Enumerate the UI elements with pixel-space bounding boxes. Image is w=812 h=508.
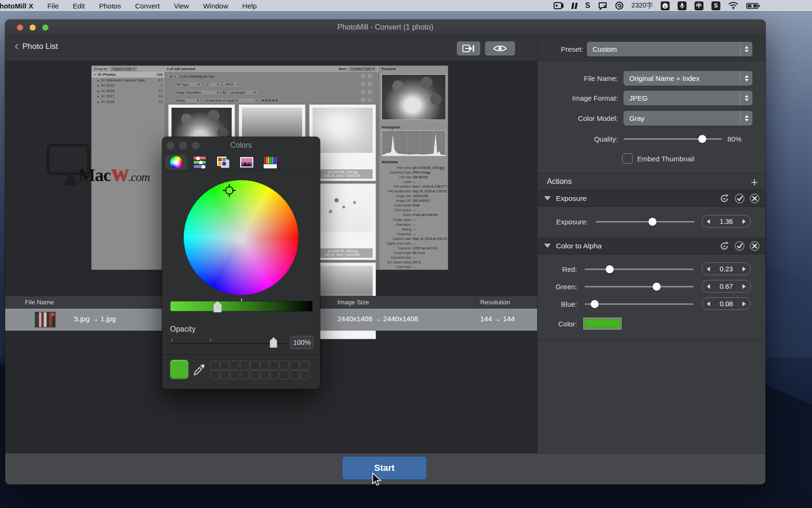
- increment-arrow-icon[interactable]: [742, 302, 746, 306]
- red-stepper[interactable]: 0.23: [702, 262, 751, 275]
- image-format-popup[interactable]: JPEG: [624, 91, 752, 105]
- swatch-slot[interactable]: [250, 360, 259, 370]
- swatch-slot[interactable]: [270, 360, 279, 370]
- pinyin-input-icon[interactable]: 中: [695, 1, 703, 10]
- screen-record-icon[interactable]: [554, 1, 564, 10]
- tab-color-wheel[interactable]: [165, 155, 187, 170]
- blue-slider-thumb[interactable]: [591, 300, 599, 308]
- menu-file[interactable]: File: [47, 2, 59, 10]
- preset-popup[interactable]: Custom: [587, 42, 752, 56]
- disclosure-triangle-icon[interactable]: [544, 196, 551, 200]
- alpha-color-well[interactable]: [583, 318, 622, 330]
- dictation-mic-icon[interactable]: [678, 1, 687, 10]
- eyedropper-icon[interactable]: [192, 363, 206, 377]
- embed-thumbnail-checkbox[interactable]: [622, 153, 632, 164]
- decrement-arrow-icon[interactable]: [707, 267, 710, 271]
- increment-arrow-icon[interactable]: [742, 284, 746, 289]
- swatch-slot[interactable]: [240, 360, 250, 370]
- opacity-slider[interactable]: [170, 343, 287, 344]
- skitch-badge-icon[interactable]: S: [711, 1, 720, 10]
- exposure-slider[interactable]: [596, 217, 695, 226]
- back-to-photo-list-button[interactable]: ‹ Photo List: [15, 41, 58, 51]
- color-model-popup[interactable]: Gray: [624, 111, 752, 126]
- column-file-name[interactable]: File Name: [25, 299, 54, 306]
- swatch-slot[interactable]: [260, 370, 269, 380]
- export-destination-button[interactable]: [457, 41, 480, 56]
- swatch-slot[interactable]: [220, 360, 229, 370]
- tab-color-sliders[interactable]: [189, 155, 211, 170]
- swatch-slot[interactable]: [230, 370, 239, 380]
- swatch-slot[interactable]: [300, 360, 309, 370]
- app-menu[interactable]: PhotoMill X: [0, 2, 33, 10]
- exposure-slider-thumb[interactable]: [648, 218, 656, 226]
- swatch-slot[interactable]: [210, 370, 219, 380]
- increment-arrow-icon[interactable]: [742, 219, 746, 224]
- exposure-stepper[interactable]: 1.36: [702, 215, 751, 228]
- increment-arrow-icon[interactable]: [742, 267, 746, 271]
- color-wheel[interactable]: [184, 180, 298, 295]
- tab-image-palettes[interactable]: [236, 155, 258, 170]
- column-resolution[interactable]: Resolution: [480, 299, 510, 306]
- decrement-arrow-icon[interactable]: [707, 284, 710, 289]
- apply-action-button[interactable]: [734, 241, 745, 251]
- menu-help[interactable]: Help: [242, 2, 257, 10]
- red-slider[interactable]: [585, 265, 694, 273]
- swatch-slot[interactable]: [260, 360, 269, 370]
- blue-slider[interactable]: [585, 300, 694, 308]
- swatch-slot[interactable]: [290, 370, 299, 380]
- color-wheel-crosshair[interactable]: [223, 184, 236, 197]
- input-word-count[interactable]: 2320字: [632, 1, 653, 10]
- red-slider-thumb[interactable]: [606, 265, 614, 273]
- disclosure-triangle-icon[interactable]: [544, 244, 551, 248]
- quality-slider[interactable]: [624, 135, 722, 143]
- close-button[interactable]: [17, 24, 23, 31]
- current-color-swatch[interactable]: [170, 360, 188, 379]
- swatch-slot[interactable]: [280, 370, 289, 380]
- swatch-slot[interactable]: [220, 370, 229, 380]
- menu-edit[interactable]: Edit: [73, 2, 85, 10]
- menu-view[interactable]: View: [174, 2, 189, 10]
- s-app-icon[interactable]: S: [585, 1, 590, 10]
- zoom-button[interactable]: [42, 24, 48, 31]
- preview-toggle-button[interactable]: [485, 41, 515, 56]
- file-name-popup[interactable]: Original Name + Index: [624, 71, 752, 86]
- apply-action-button[interactable]: [734, 193, 745, 204]
- swatch-slot[interactable]: [230, 360, 239, 370]
- swatch-slot[interactable]: [250, 370, 259, 380]
- battery-charging-icon[interactable]: [746, 1, 760, 10]
- color-to-alpha-action-header[interactable]: Color to Alpha: [538, 238, 765, 254]
- remove-action-button[interactable]: [750, 241, 760, 251]
- column-image-size[interactable]: Image Size: [337, 299, 369, 306]
- opacity-value-field[interactable]: 100%: [290, 336, 313, 349]
- colors-panel-title-bar[interactable]: Colors: [162, 137, 320, 155]
- decrement-arrow-icon[interactable]: [707, 219, 710, 224]
- parallels-icon[interactable]: [572, 1, 577, 10]
- swatch-slot[interactable]: [270, 370, 279, 380]
- brightness-slider[interactable]: [170, 301, 312, 311]
- swatch-slot[interactable]: [280, 360, 289, 370]
- menu-convert[interactable]: Convert: [135, 2, 160, 10]
- title-bar[interactable]: PhotoMill - Convert (1 photo): [5, 20, 765, 35]
- blue-stepper[interactable]: 0.08: [702, 297, 751, 310]
- green-stepper[interactable]: 0.67: [702, 280, 751, 293]
- swatch-slot[interactable]: [240, 370, 250, 380]
- menu-window[interactable]: Window: [203, 2, 228, 10]
- minimize-button[interactable]: [30, 24, 36, 31]
- add-action-button[interactable]: +: [751, 175, 758, 190]
- tab-pencils[interactable]: [259, 155, 281, 170]
- wifi-icon[interactable]: [728, 1, 738, 10]
- swatch-slot[interactable]: [300, 370, 309, 380]
- decrement-arrow-icon[interactable]: [707, 302, 710, 306]
- green-slider-thumb[interactable]: [653, 283, 661, 291]
- start-button[interactable]: Start: [342, 456, 427, 480]
- emoji-input-icon[interactable]: [661, 1, 670, 10]
- opacity-slider-thumb[interactable]: [269, 337, 278, 348]
- swatch-slot[interactable]: [290, 360, 299, 370]
- menu-photos[interactable]: Photos: [99, 2, 121, 10]
- chat-bubble-icon[interactable]: [598, 1, 607, 10]
- quality-slider-thumb[interactable]: [698, 135, 706, 143]
- swatch-slot[interactable]: [210, 360, 219, 370]
- creative-cloud-icon[interactable]: [615, 1, 624, 10]
- reset-action-button[interactable]: [719, 241, 730, 251]
- exposure-action-header[interactable]: Exposure: [538, 190, 765, 207]
